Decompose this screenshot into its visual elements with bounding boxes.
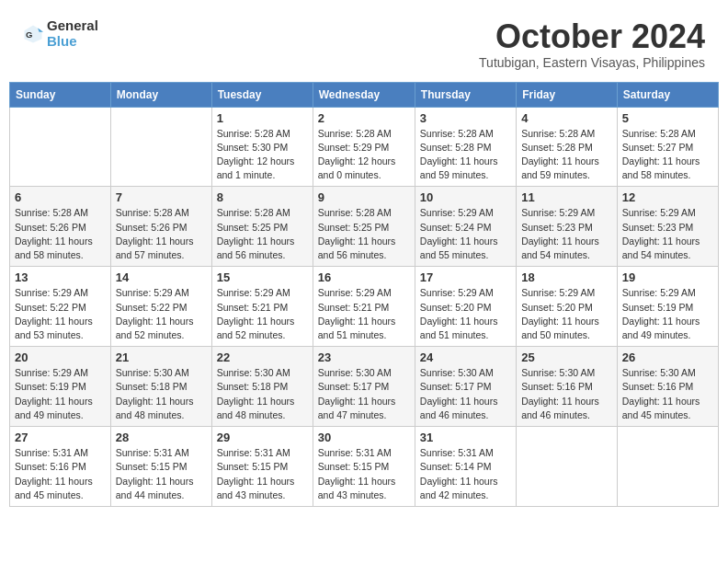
cell-info: Sunrise: 5:28 AMSunset: 5:26 PMDaylight:…	[116, 207, 194, 260]
cell-info: Sunrise: 5:30 AMSunset: 5:16 PMDaylight:…	[521, 367, 599, 420]
cell-info: Sunrise: 5:28 AMSunset: 5:29 PMDaylight:…	[318, 128, 396, 181]
calendar-cell: 4Sunrise: 5:28 AMSunset: 5:28 PMDaylight…	[517, 107, 618, 187]
calendar-cell: 9Sunrise: 5:28 AMSunset: 5:25 PMDaylight…	[313, 187, 415, 267]
cell-info: Sunrise: 5:29 AMSunset: 5:20 PMDaylight:…	[420, 287, 498, 340]
cell-info: Sunrise: 5:29 AMSunset: 5:23 PMDaylight:…	[521, 207, 599, 260]
month-title: October 2024	[479, 18, 705, 55]
calendar-cell: 1Sunrise: 5:28 AMSunset: 5:30 PMDaylight…	[211, 107, 313, 187]
calendar-cell: 14Sunrise: 5:29 AMSunset: 5:22 PMDayligh…	[110, 267, 211, 347]
calendar-cell: 27Sunrise: 5:31 AMSunset: 5:16 PMDayligh…	[10, 427, 111, 507]
day-number: 27	[15, 431, 106, 444]
day-number: 15	[217, 270, 308, 284]
calendar-header: SundayMondayTuesdayWednesdayThursdayFrid…	[10, 82, 719, 107]
calendar-cell	[110, 107, 211, 187]
cell-info: Sunrise: 5:28 AMSunset: 5:28 PMDaylight:…	[521, 128, 599, 181]
day-number: 21	[116, 350, 207, 364]
cell-info: Sunrise: 5:28 AMSunset: 5:26 PMDaylight:…	[15, 207, 93, 260]
calendar-cell: 6Sunrise: 5:28 AMSunset: 5:26 PMDaylight…	[10, 187, 111, 267]
weekday-header: Saturday	[617, 82, 718, 107]
calendar-cell: 21Sunrise: 5:30 AMSunset: 5:18 PMDayligh…	[110, 347, 211, 427]
cell-info: Sunrise: 5:31 AMSunset: 5:15 PMDaylight:…	[318, 447, 396, 500]
calendar-cell: 18Sunrise: 5:29 AMSunset: 5:20 PMDayligh…	[517, 267, 618, 347]
logo-line1: General	[47, 18, 98, 34]
cell-info: Sunrise: 5:31 AMSunset: 5:15 PMDaylight:…	[217, 447, 295, 500]
location-title: Tutubigan, Eastern Visayas, Philippines	[479, 55, 705, 70]
calendar-header-row: SundayMondayTuesdayWednesdayThursdayFrid…	[10, 82, 719, 107]
calendar-body: 1Sunrise: 5:28 AMSunset: 5:30 PMDaylight…	[10, 107, 719, 506]
cell-info: Sunrise: 5:29 AMSunset: 5:19 PMDaylight:…	[622, 287, 700, 340]
weekday-header: Sunday	[10, 82, 111, 107]
logo-text: General Blue	[47, 18, 98, 49]
cell-info: Sunrise: 5:31 AMSunset: 5:15 PMDaylight:…	[116, 447, 194, 500]
calendar-cell: 23Sunrise: 5:30 AMSunset: 5:17 PMDayligh…	[313, 347, 415, 427]
cell-info: Sunrise: 5:31 AMSunset: 5:14 PMDaylight:…	[420, 447, 498, 500]
cell-info: Sunrise: 5:28 AMSunset: 5:28 PMDaylight:…	[420, 128, 498, 181]
cell-info: Sunrise: 5:31 AMSunset: 5:16 PMDaylight:…	[15, 447, 93, 500]
weekday-header: Monday	[110, 82, 211, 107]
calendar-week-row: 1Sunrise: 5:28 AMSunset: 5:30 PMDaylight…	[10, 107, 719, 187]
day-number: 30	[318, 431, 410, 444]
calendar-cell	[617, 427, 718, 507]
calendar-cell: 26Sunrise: 5:30 AMSunset: 5:16 PMDayligh…	[617, 347, 718, 427]
cell-info: Sunrise: 5:30 AMSunset: 5:17 PMDaylight:…	[318, 367, 396, 420]
calendar-cell: 11Sunrise: 5:29 AMSunset: 5:23 PMDayligh…	[517, 187, 618, 267]
calendar-cell: 22Sunrise: 5:30 AMSunset: 5:18 PMDayligh…	[211, 347, 313, 427]
cell-info: Sunrise: 5:28 AMSunset: 5:25 PMDaylight:…	[217, 207, 295, 260]
day-number: 9	[318, 190, 410, 204]
day-number: 13	[15, 270, 106, 284]
cell-info: Sunrise: 5:29 AMSunset: 5:22 PMDaylight:…	[116, 287, 194, 340]
day-number: 18	[521, 270, 612, 284]
calendar-cell: 3Sunrise: 5:28 AMSunset: 5:28 PMDaylight…	[415, 107, 516, 187]
calendar-cell: 2Sunrise: 5:28 AMSunset: 5:29 PMDaylight…	[313, 107, 415, 187]
weekday-header: Thursday	[415, 82, 516, 107]
day-number: 11	[521, 190, 612, 204]
day-number: 29	[217, 431, 308, 444]
logo-icon: G	[23, 24, 43, 44]
cell-info: Sunrise: 5:28 AMSunset: 5:27 PMDaylight:…	[622, 128, 700, 181]
calendar-cell: 29Sunrise: 5:31 AMSunset: 5:15 PMDayligh…	[211, 427, 313, 507]
day-number: 6	[15, 190, 106, 204]
cell-info: Sunrise: 5:29 AMSunset: 5:21 PMDaylight:…	[318, 287, 396, 340]
cell-info: Sunrise: 5:29 AMSunset: 5:22 PMDaylight:…	[15, 287, 93, 340]
calendar-cell: 20Sunrise: 5:29 AMSunset: 5:19 PMDayligh…	[10, 347, 111, 427]
weekday-header: Friday	[517, 82, 618, 107]
calendar-cell: 15Sunrise: 5:29 AMSunset: 5:21 PMDayligh…	[211, 267, 313, 347]
cell-info: Sunrise: 5:30 AMSunset: 5:18 PMDaylight:…	[217, 367, 295, 420]
calendar-cell: 31Sunrise: 5:31 AMSunset: 5:14 PMDayligh…	[415, 427, 516, 507]
day-number: 19	[622, 270, 713, 284]
calendar-cell	[517, 427, 618, 507]
day-number: 22	[217, 350, 308, 364]
cell-info: Sunrise: 5:29 AMSunset: 5:20 PMDaylight:…	[521, 287, 599, 340]
calendar-cell: 17Sunrise: 5:29 AMSunset: 5:20 PMDayligh…	[415, 267, 516, 347]
calendar-cell	[10, 107, 111, 187]
cell-info: Sunrise: 5:29 AMSunset: 5:23 PMDaylight:…	[622, 207, 700, 260]
calendar-cell: 19Sunrise: 5:29 AMSunset: 5:19 PMDayligh…	[617, 267, 718, 347]
calendar-week-row: 6Sunrise: 5:28 AMSunset: 5:26 PMDaylight…	[10, 187, 719, 267]
day-number: 7	[116, 190, 207, 204]
calendar-cell: 16Sunrise: 5:29 AMSunset: 5:21 PMDayligh…	[313, 267, 415, 347]
calendar-cell: 30Sunrise: 5:31 AMSunset: 5:15 PMDayligh…	[313, 427, 415, 507]
calendar-week-row: 20Sunrise: 5:29 AMSunset: 5:19 PMDayligh…	[10, 347, 719, 427]
calendar-week-row: 27Sunrise: 5:31 AMSunset: 5:16 PMDayligh…	[10, 427, 719, 507]
calendar-cell: 28Sunrise: 5:31 AMSunset: 5:15 PMDayligh…	[110, 427, 211, 507]
calendar-week-row: 13Sunrise: 5:29 AMSunset: 5:22 PMDayligh…	[10, 267, 719, 347]
day-number: 17	[420, 270, 511, 284]
cell-info: Sunrise: 5:30 AMSunset: 5:17 PMDaylight:…	[420, 367, 498, 420]
day-number: 20	[15, 350, 106, 364]
day-number: 16	[318, 270, 410, 284]
calendar-cell: 7Sunrise: 5:28 AMSunset: 5:26 PMDaylight…	[110, 187, 211, 267]
cell-info: Sunrise: 5:28 AMSunset: 5:30 PMDaylight:…	[217, 128, 295, 181]
cell-info: Sunrise: 5:30 AMSunset: 5:18 PMDaylight:…	[116, 367, 194, 420]
calendar-cell: 12Sunrise: 5:29 AMSunset: 5:23 PMDayligh…	[617, 187, 718, 267]
calendar-cell: 8Sunrise: 5:28 AMSunset: 5:25 PMDaylight…	[211, 187, 313, 267]
day-number: 8	[217, 190, 308, 204]
calendar-cell: 5Sunrise: 5:28 AMSunset: 5:27 PMDaylight…	[617, 107, 718, 187]
day-number: 26	[622, 350, 713, 364]
calendar-cell: 25Sunrise: 5:30 AMSunset: 5:16 PMDayligh…	[517, 347, 618, 427]
calendar-table: SundayMondayTuesdayWednesdayThursdayFrid…	[9, 82, 719, 507]
page-header: G General Blue October 2024 Tutubigan, E…	[9, 9, 719, 75]
svg-text:G: G	[26, 29, 32, 39]
weekday-header: Wednesday	[313, 82, 415, 107]
title-block: October 2024 Tutubigan, Eastern Visayas,…	[479, 18, 705, 70]
day-number: 10	[420, 190, 511, 204]
